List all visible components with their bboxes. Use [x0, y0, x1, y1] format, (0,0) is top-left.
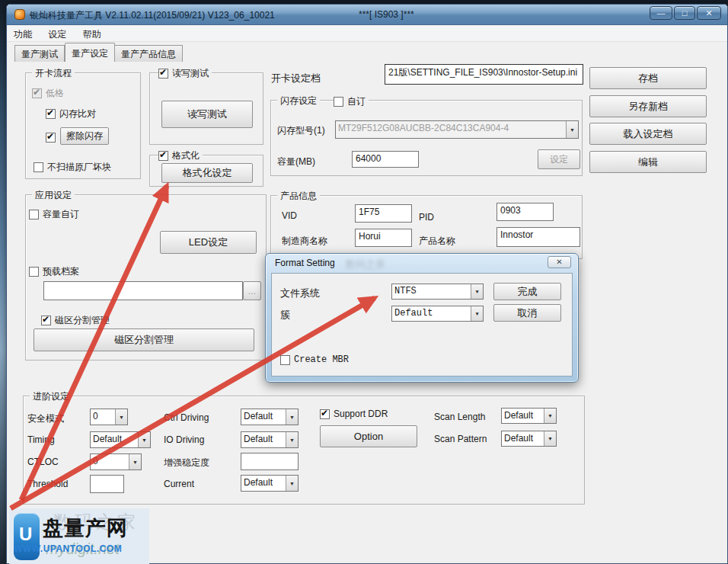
window-title-session: ***[ IS903 ]***: [359, 9, 414, 20]
checkbox-erase-flash[interactable]: [46, 133, 59, 143]
vid-label: VID: [282, 210, 297, 221]
checkbox-rw-test-label: 读写测试: [172, 67, 209, 80]
io-driving-dropdown[interactable]: Default ▼: [241, 431, 299, 448]
checkbox-icon: [320, 409, 330, 419]
save-as-button[interactable]: 另存新档: [589, 95, 707, 117]
checkbox-rw-test[interactable]: 读写测试: [158, 67, 212, 80]
minimize-button[interactable]: —: [650, 6, 672, 20]
scan-pattern-dropdown[interactable]: Default ▼: [501, 431, 557, 447]
threshold-input[interactable]: [90, 475, 124, 493]
chevron-down-icon[interactable]: ▼: [544, 409, 556, 423]
checkbox-partition-manage[interactable]: 磁区分割管理: [41, 314, 113, 327]
erase-flash-button[interactable]: 擦除闪存: [60, 127, 109, 145]
checkbox-support-ddr-label: Support DDR: [334, 409, 388, 419]
chevron-down-icon[interactable]: ▼: [566, 121, 578, 138]
partition-manage-button[interactable]: 磁区分割管理: [34, 328, 254, 351]
scan-length-dropdown[interactable]: Default ▼: [501, 408, 557, 424]
vendor-input[interactable]: Horui: [355, 229, 412, 247]
checkbox-capacity-custom[interactable]: 容量自订: [29, 208, 82, 221]
cluster-dropdown[interactable]: Default ▼: [391, 306, 484, 322]
menu-function[interactable]: 功能: [7, 25, 39, 41]
scan-pattern-label: Scan Pattern: [434, 434, 487, 444]
filesystem-dropdown[interactable]: NTFS ▼: [391, 284, 484, 300]
ctloc-label: CTLOC: [27, 457, 59, 467]
checkbox-icon: [41, 316, 51, 325]
menu-settings[interactable]: 设定: [41, 25, 73, 41]
chevron-down-icon[interactable]: ▼: [544, 431, 556, 446]
vid-input[interactable]: 1F75: [355, 204, 412, 223]
option-button[interactable]: Option: [320, 425, 417, 447]
flash-set-button[interactable]: 设定: [538, 149, 580, 169]
save-button[interactable]: 存档: [589, 67, 707, 89]
close-button[interactable]: ✕: [697, 6, 721, 20]
checkbox-flash-custom-label: 自订: [347, 95, 366, 108]
ctrl-driving-label: Ctrl Driving: [164, 412, 209, 423]
chevron-down-icon[interactable]: ▼: [129, 454, 141, 469]
tab-production-setting[interactable]: 量产设定: [65, 43, 115, 62]
checkbox-create-mbr[interactable]: Create MBR: [280, 354, 352, 365]
dialog-title: Format Setting: [275, 258, 335, 268]
flash-model-dropdown[interactable]: MT29F512G08AUCBB-2C84C13CA904-4 ▼: [335, 120, 579, 139]
ctloc-dropdown[interactable]: 0 ▼: [90, 453, 142, 470]
dialog-cancel-button[interactable]: 取消: [493, 304, 561, 322]
format-setting-button[interactable]: 格式化设定: [161, 163, 253, 183]
checkbox-icon: [46, 133, 56, 143]
maximize-button[interactable]: □: [674, 6, 695, 20]
menu-help[interactable]: 帮助: [76, 25, 108, 41]
checkbox-low-format[interactable]: 低格: [32, 87, 67, 100]
checkbox-flash-custom[interactable]: 自订: [334, 95, 369, 108]
timing-value: Default: [91, 432, 138, 447]
edit-button[interactable]: 编辑: [589, 151, 707, 173]
chevron-down-icon[interactable]: ▼: [115, 409, 127, 425]
checkbox-support-ddr[interactable]: Support DDR: [320, 409, 391, 419]
setting-file-input[interactable]: 21版\SETTING_FILE_IS903\Innostor-Setup.in…: [385, 64, 583, 85]
group-card-flow-label: 开卡流程: [32, 67, 75, 80]
io-driving-label: IO Driving: [164, 434, 204, 445]
checkbox-skip-bad-block[interactable]: 不扫描原厂坏块: [34, 161, 114, 174]
preload-file-input[interactable]: [43, 281, 243, 300]
dialog-close-button[interactable]: ✕: [548, 256, 571, 268]
checkbox-preload-file-label: 预载档案: [43, 265, 79, 278]
filesystem-value: NTFS: [392, 284, 471, 299]
browse-button[interactable]: ...: [243, 281, 261, 300]
checkbox-icon: [34, 162, 43, 172]
chevron-down-icon[interactable]: ▼: [286, 432, 298, 447]
rw-test-button[interactable]: 读写测试: [161, 101, 253, 128]
checkbox-format[interactable]: 格式化: [158, 149, 203, 162]
current-dropdown[interactable]: Default ▼: [241, 475, 299, 492]
scan-length-value: Default: [502, 409, 544, 423]
upantool-logo: 数码之家 mydigit.net U 盘量产网 WWW.UPANTOOL.COM: [9, 508, 149, 564]
ctrl-driving-dropdown[interactable]: Default ▼: [241, 409, 299, 425]
secure-mode-dropdown[interactable]: 0 ▼: [90, 409, 128, 425]
desktop: 银灿科技量产工具 V2.11.02.11(2015/09/21) V123_06…: [0, 0, 728, 564]
pid-input[interactable]: 0903: [497, 203, 554, 221]
tab-product-info[interactable]: 量产产品信息: [114, 45, 183, 62]
tabstrip: 量产测试 量产设定 量产产品信息: [7, 42, 727, 62]
chevron-down-icon[interactable]: ▼: [286, 409, 298, 425]
checkbox-preload-file[interactable]: 预载档案: [29, 265, 82, 278]
secure-mode-label: 安全模式: [27, 412, 64, 425]
group-app-settings-label: 应用设定: [32, 189, 75, 202]
product-name-input[interactable]: Innostor: [497, 227, 580, 247]
checkbox-create-mbr-label: Create MBR: [294, 354, 349, 365]
pid-label: PID: [419, 212, 434, 223]
led-setting-button[interactable]: LED设定: [160, 231, 257, 254]
chevron-down-icon[interactable]: ▼: [471, 284, 483, 299]
chevron-down-icon[interactable]: ▼: [471, 306, 483, 321]
capacity-label: 容量(MB): [277, 155, 315, 168]
load-setting-button[interactable]: 载入设定档: [589, 123, 707, 145]
logo-url: WWW.UPANTOOL.COM: [14, 543, 122, 554]
checkbox-skip-bad-block-label: 不扫描原厂坏块: [47, 161, 111, 174]
timing-dropdown[interactable]: Default ▼: [90, 431, 151, 448]
tab-production-test[interactable]: 量产测试: [14, 45, 65, 62]
dialog-done-button[interactable]: 完成: [493, 283, 561, 300]
capacity-input[interactable]: 64000: [352, 151, 419, 168]
ctrl-driving-value: Default: [241, 409, 286, 425]
checkbox-icon: [334, 97, 343, 107]
chevron-down-icon[interactable]: ▼: [286, 476, 298, 491]
chevron-down-icon[interactable]: ▼: [138, 432, 150, 447]
stability-input[interactable]: [241, 453, 299, 470]
checkbox-format-label: 格式化: [172, 149, 200, 162]
checkbox-flash-compare[interactable]: 闪存比对: [46, 107, 99, 120]
scan-pattern-value: Default: [502, 431, 544, 446]
